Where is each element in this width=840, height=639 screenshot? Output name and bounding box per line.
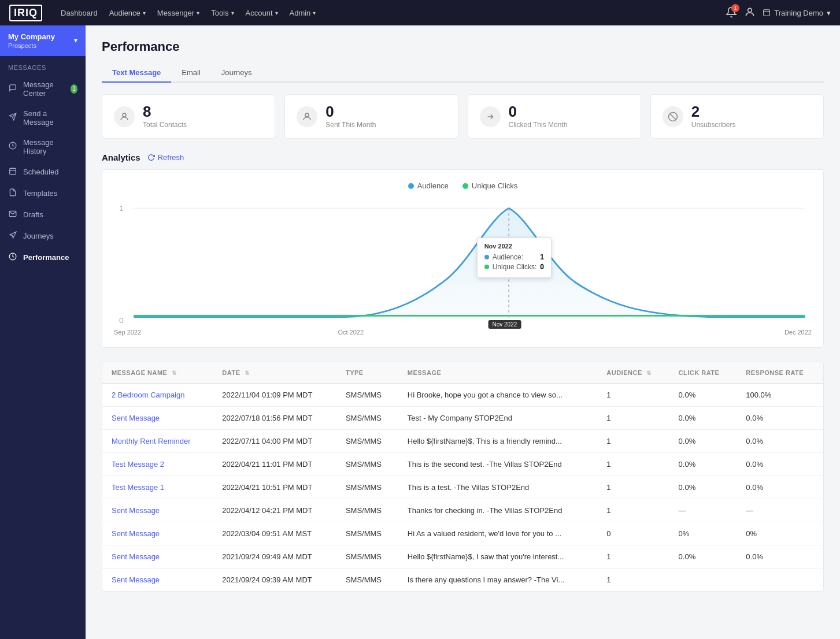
nav-audience[interactable]: Audience [109, 9, 146, 17]
stats-row: 8 Total Contacts 0 Sent This Month 0 [102, 94, 824, 139]
sidebar-label-message-center: Message Center [23, 80, 65, 98]
cell-response-rate: 0% [737, 522, 823, 545]
sidebar-label-send-message: Send a Message [23, 109, 77, 127]
sidebar-item-scheduled[interactable]: Scheduled [0, 161, 86, 183]
cell-message: Hello ${firstName}$, I saw that you're i… [398, 545, 598, 569]
nav-admin[interactable]: Admin [290, 9, 316, 17]
cell-message-name[interactable]: 2 Bedroom Campaign [102, 384, 213, 407]
col-response-rate: RESPONSE RATE [737, 362, 823, 384]
cell-message-name[interactable]: Sent Message [102, 499, 213, 522]
cell-audience: 1 [597, 569, 669, 592]
cell-date: 2022/03/04 09:51 AM MST [213, 522, 336, 545]
cell-message-name[interactable]: Monthly Rent Reminder [102, 430, 213, 453]
main-layout: My Company Prospects ▾ Messages Message … [0, 25, 840, 639]
svg-rect-5 [10, 168, 16, 174]
nav-tools[interactable]: Tools [211, 9, 234, 17]
message-center-icon [8, 84, 17, 94]
stat-sent-this-month: 0 Sent This Month [284, 94, 458, 139]
nav-links: Dashboard Audience Messenger Tools Accou… [61, 9, 712, 17]
cell-click-rate: 0.0% [669, 453, 737, 476]
cell-response-rate: 0.0% [737, 453, 823, 476]
sent-month-label: Sent This Month [325, 121, 376, 129]
sidebar-item-templates[interactable]: Templates [0, 183, 86, 204]
chart-x-axis: Sep 2022 Oct 2022 Nov 2022 Dec 2022 [114, 326, 812, 336]
user-icon[interactable] [744, 6, 756, 20]
sidebar-label-performance: Performance [23, 253, 69, 262]
cell-type: SMS/MMS [336, 407, 398, 430]
col-message: MESSAGE [398, 362, 598, 384]
cell-date: 2022/11/04 01:09 PM MDT [213, 384, 336, 407]
stat-clicked-this-month: 0 Clicked This Month [468, 94, 641, 139]
sidebar-item-performance[interactable]: Performance [0, 247, 86, 268]
stat-unsubscribers: 2 Unsubscribers [650, 94, 824, 139]
cell-message-name[interactable]: Sent Message [102, 522, 213, 545]
unsubscribers-number: 2 [691, 104, 736, 119]
refresh-button[interactable]: Refresh [147, 153, 184, 162]
col-date[interactable]: DATE ⇅ [213, 362, 336, 384]
sidebar-item-message-history[interactable]: Message History [0, 132, 86, 161]
notification-bell[interactable]: 1 [726, 6, 737, 20]
cell-click-rate [669, 569, 737, 592]
total-contacts-icon [114, 106, 135, 127]
clicked-month-label: Clicked This Month [509, 121, 568, 129]
tab-journeys[interactable]: Journeys [211, 64, 262, 83]
cell-date: 2022/07/11 04:00 PM MDT [213, 430, 336, 453]
nav-messenger[interactable]: Messenger [157, 9, 199, 17]
cell-message: Is there any questions I may answer? -Th… [398, 569, 598, 592]
sidebar-item-drafts[interactable]: Drafts [0, 204, 86, 225]
sidebar-company[interactable]: My Company Prospects ▾ [0, 25, 86, 56]
svg-text:0: 0 [119, 317, 124, 325]
cell-message: Hello ${firstName}$, This is a friendly … [398, 430, 598, 453]
unsubscribers-label: Unsubscribers [691, 121, 736, 129]
chart-area: 1 0 [114, 199, 812, 326]
cell-response-rate: 0.0% [737, 545, 823, 569]
sidebar-item-message-center[interactable]: Message Center 1 [0, 75, 86, 103]
tab-text-message[interactable]: Text Message [102, 64, 171, 83]
journeys-icon [8, 231, 17, 241]
col-message-name[interactable]: MESSAGE NAME ⇅ [102, 362, 213, 384]
cell-response-rate: — [737, 499, 823, 522]
nav-dashboard[interactable]: Dashboard [61, 9, 98, 17]
total-contacts-label: Total Contacts [143, 121, 187, 129]
svg-point-11 [123, 113, 126, 117]
cell-message-name[interactable]: Sent Message [102, 569, 213, 592]
send-message-icon [8, 113, 17, 122]
analytics-header: Analytics Refresh [102, 153, 824, 162]
svg-rect-1 [764, 10, 770, 16]
cell-message-name[interactable]: Test Message 2 [102, 453, 213, 476]
notification-count: 1 [731, 4, 739, 12]
cell-type: SMS/MMS [336, 476, 398, 499]
nav-account[interactable]: Account [246, 9, 278, 17]
legend-unique-clicks: Unique Clicks [462, 181, 517, 190]
cell-click-rate: — [669, 499, 737, 522]
training-demo-selector[interactable]: Training Demo ▾ [763, 9, 831, 17]
chart-container: Audience Unique Clicks 1 0 [102, 169, 824, 348]
col-type: TYPE [336, 362, 398, 384]
x-label-oct: Oct 2022 [338, 329, 364, 336]
sidebar-item-journeys[interactable]: Journeys [0, 225, 86, 247]
data-table-container: MESSAGE NAME ⇅ DATE ⇅ TYPE MESSAGE AUDIE… [102, 362, 824, 592]
chart-x-nov-label: Nov 2022 [489, 320, 521, 329]
cell-date: 2022/04/21 11:01 PM MDT [213, 453, 336, 476]
tab-email[interactable]: Email [171, 64, 211, 83]
message-history-icon [8, 142, 17, 151]
company-name: My Company [8, 32, 55, 42]
col-audience[interactable]: AUDIENCE ⇅ [597, 362, 669, 384]
cell-message-name[interactable]: Sent Message [102, 407, 213, 430]
cell-message-name[interactable]: Sent Message [102, 545, 213, 569]
clicked-month-icon [480, 106, 501, 127]
cell-message: Test - My Company STOP2End [398, 407, 598, 430]
total-contacts-number: 8 [143, 104, 187, 119]
sidebar-item-send-message[interactable]: Send a Message [0, 103, 86, 132]
cell-message-name[interactable]: Test Message 1 [102, 476, 213, 499]
sidebar: My Company Prospects ▾ Messages Message … [0, 25, 86, 639]
cell-message: Thanks for checking in. -The Villas STOP… [398, 499, 598, 522]
cell-type: SMS/MMS [336, 384, 398, 407]
table-row: 2 Bedroom Campaign 2022/11/04 01:09 PM M… [102, 384, 823, 407]
cell-message: This is the second test. -The Villas STO… [398, 453, 598, 476]
stat-total-contacts: 8 Total Contacts [102, 94, 275, 139]
chart-legend: Audience Unique Clicks [114, 181, 812, 190]
cell-type: SMS/MMS [336, 430, 398, 453]
cell-audience: 0 [597, 522, 669, 545]
table-row: Sent Message 2022/07/18 01:56 PM MDT SMS… [102, 407, 823, 430]
